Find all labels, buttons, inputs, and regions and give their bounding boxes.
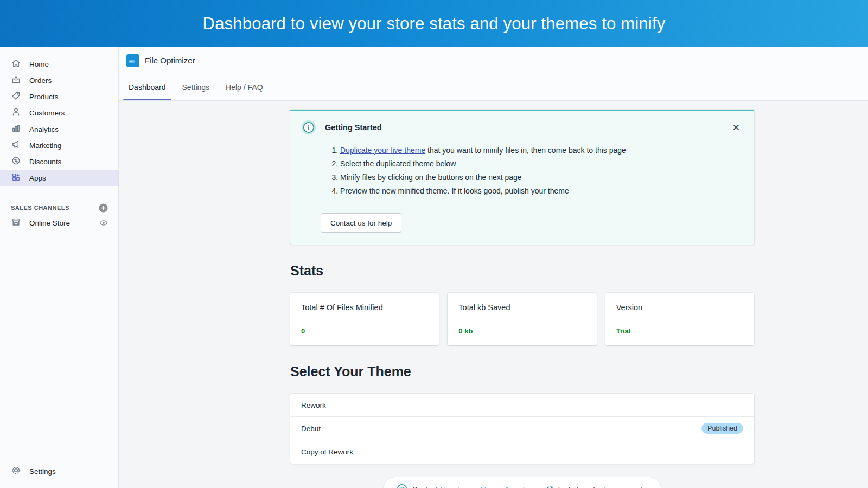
stat-label: Total # Of Files Minified <box>301 303 428 312</box>
theme-name: Rework <box>301 401 326 409</box>
bar-chart-icon <box>11 123 21 135</box>
sidebar-item-label: Home <box>29 60 49 68</box>
sidebar-item-settings[interactable]: Settings <box>0 463 118 479</box>
stat-card-files-minified: Total # Of Files Minified 0 <box>290 293 439 345</box>
sidebar-bottom: Settings <box>0 463 118 488</box>
contact-pill: ? Contact fileoptimizer@speedboostr.com … <box>383 477 662 488</box>
home-icon <box>11 58 21 70</box>
person-icon <box>11 107 21 119</box>
sidebar-item-label: Settings <box>29 467 56 476</box>
contact-email-link[interactable]: fileoptimizer@speedboostr.com <box>441 485 543 488</box>
stat-value: 0 kb <box>458 327 585 335</box>
sidebar-item-label: Orders <box>29 76 52 85</box>
discount-icon <box>11 156 21 168</box>
sales-channels-label: SALES CHANNELS <box>11 204 69 211</box>
app-title: File Optimizer <box>145 56 195 65</box>
promo-banner: Dashboard to view your store stats and y… <box>0 0 868 47</box>
app-header: File Optimizer <box>119 47 868 74</box>
sidebar-item-orders[interactable]: Orders <box>0 72 118 88</box>
getting-started-banner: Getting Started ✕ Duplicate your live th… <box>290 110 754 245</box>
sales-channels-header: SALES CHANNELS <box>0 201 118 214</box>
tab-dashboard[interactable]: Dashboard <box>123 74 171 100</box>
eye-icon[interactable] <box>99 218 108 228</box>
tab-help-faq[interactable]: Help / FAQ <box>220 74 268 100</box>
getting-started-steps: Duplicate your live theme that you want … <box>301 144 743 198</box>
promo-banner-title: Dashboard to view your store stats and y… <box>203 14 666 34</box>
step-item: Select the duplicated theme below <box>340 157 743 171</box>
theme-list: Rework Debut Published Copy of Rework <box>290 394 754 464</box>
add-sales-channel-button[interactable] <box>98 203 108 213</box>
contact-prefix: Contact <box>412 485 438 488</box>
sidebar: Home Orders Products Customers Analytics… <box>0 47 119 488</box>
main-area: File Optimizer Dashboard Settings Help /… <box>119 47 868 488</box>
close-icon[interactable]: ✕ <box>729 122 743 133</box>
getting-started-title: Getting Started <box>325 123 720 132</box>
footer: ? Contact fileoptimizer@speedboostr.com … <box>290 477 754 488</box>
apps-icon <box>11 172 21 184</box>
stat-value: 0 <box>301 327 428 335</box>
app-tabs: Dashboard Settings Help / FAQ <box>119 74 868 101</box>
theme-row-rework[interactable]: Rework <box>290 394 754 417</box>
published-badge: Published <box>701 423 743 434</box>
select-theme-heading: Select Your Theme <box>290 364 754 380</box>
gear-icon <box>11 465 21 477</box>
step-item: Duplicate your live theme that you want … <box>340 144 743 157</box>
stats-heading: Stats <box>290 263 754 279</box>
sidebar-item-label: Discounts <box>29 158 61 166</box>
sidebar-item-apps[interactable]: Apps <box>0 170 118 186</box>
theme-name: Debut <box>301 425 321 433</box>
storefront-icon <box>11 217 21 229</box>
orders-icon <box>11 74 21 86</box>
app-layout: Home Orders Products Customers Analytics… <box>0 47 868 488</box>
sidebar-item-marketing[interactable]: Marketing <box>0 137 118 153</box>
sidebar-item-products[interactable]: Products <box>0 88 118 105</box>
tab-settings[interactable]: Settings <box>177 74 215 100</box>
sidebar-item-label: Products <box>29 93 58 101</box>
step-item: Preview the new minified theme. If it lo… <box>340 184 743 198</box>
svg-text:?: ? <box>400 486 404 488</box>
stat-label: Version <box>616 303 743 312</box>
external-link-icon[interactable] <box>546 486 553 488</box>
content-area: Getting Started ✕ Duplicate your live th… <box>119 101 868 488</box>
sidebar-item-label: Apps <box>29 174 46 182</box>
sidebar-item-analytics[interactable]: Analytics <box>0 121 118 137</box>
sidebar-item-label: Online Store <box>29 219 70 227</box>
sidebar-item-customers[interactable]: Customers <box>0 105 118 121</box>
sidebar-item-discounts[interactable]: Discounts <box>0 153 118 170</box>
contact-suffix: for help or feature requests. <box>558 485 648 488</box>
step-item: Minify files by clicking on the buttons … <box>340 171 743 184</box>
stats-cards: Total # Of Files Minified 0 Total kb Sav… <box>290 293 754 345</box>
tag-icon <box>11 91 21 102</box>
sidebar-item-label: Customers <box>29 109 65 117</box>
sidebar-item-label: Analytics <box>29 125 59 133</box>
stat-card-kb-saved: Total kb Saved 0 kb <box>448 293 596 345</box>
megaphone-icon <box>11 139 21 151</box>
theme-row-debut[interactable]: Debut Published <box>290 417 754 440</box>
sidebar-item-home[interactable]: Home <box>0 56 118 72</box>
file-optimizer-app-icon <box>126 54 139 67</box>
question-icon: ? <box>397 484 407 488</box>
stat-card-version: Version Trial <box>605 293 754 345</box>
theme-row-copy-of-rework[interactable]: Copy of Rework <box>290 440 754 464</box>
stat-label: Total kb Saved <box>458 303 585 312</box>
contact-us-button[interactable]: Contact us for help <box>321 213 401 233</box>
stat-value: Trial <box>616 327 743 335</box>
duplicate-theme-link[interactable]: Duplicate your live theme <box>340 146 425 155</box>
sidebar-item-label: Marketing <box>29 142 61 150</box>
theme-name: Copy of Rework <box>301 448 353 456</box>
sidebar-item-online-store[interactable]: Online Store <box>0 214 118 232</box>
info-icon <box>301 120 316 135</box>
